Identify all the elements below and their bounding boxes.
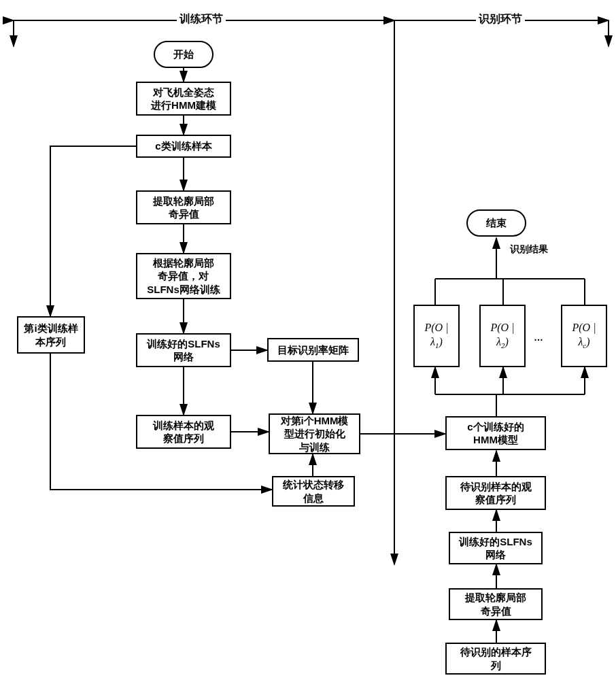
test-obs-seq-box: 待识别样本的观察值序列 xyxy=(445,476,546,510)
trained-slfns2-text: 训练好的SLFNs网络 xyxy=(459,535,532,562)
trained-slfns-box: 训练好的SLFNs网络 xyxy=(136,333,231,367)
start-label: 开始 xyxy=(173,48,194,61)
section-label-recognition: 识别环节 xyxy=(476,12,525,27)
train-slfns-box: 根据轮廓局部奇异值，对SLFNs网络训练 xyxy=(136,253,231,299)
prob2-box: P(O | λ2) xyxy=(479,305,526,367)
prob1-box: P(O | λ1) xyxy=(413,305,460,367)
test-seq-text: 待识别的样本序列 xyxy=(460,645,532,672)
trained-slfns-text: 训练好的SLFNs网络 xyxy=(147,337,220,364)
obs-seq-box: 训练样本的观察值序列 xyxy=(136,415,231,449)
recog-matrix-text: 目标识别率矩阵 xyxy=(277,343,349,357)
trained-slfns2-box: 训练好的SLFNs网络 xyxy=(449,532,543,564)
state-trans-text: 统计状态转移信息 xyxy=(283,478,344,505)
test-seq-box: 待识别的样本序列 xyxy=(445,643,546,675)
c-hmm-text: c个训练好的HMM模型 xyxy=(467,420,524,447)
extract-sv2-text: 提取轮廓局部奇异值 xyxy=(465,591,526,617)
probc-text: P(O | λc) xyxy=(566,321,602,350)
class-i-seq-box: 第i类训练样本序列 xyxy=(17,316,85,354)
class-i-seq-text: 第i类训练样本序列 xyxy=(24,322,78,348)
ellipsis: … xyxy=(534,332,543,343)
end-label: 结束 xyxy=(486,217,507,230)
result-label: 识别结果 xyxy=(510,243,548,256)
init-train-hmm-box: 对第i个HMM模型进行初始化与训练 xyxy=(269,413,360,454)
probc-box: P(O | λc) xyxy=(561,305,607,367)
train-slfns-text: 根据轮廓局部奇异值，对SLFNs网络训练 xyxy=(147,256,220,296)
section-label-training: 训练环节 xyxy=(177,12,226,27)
extract-sv-text: 提取轮廓局部奇异值 xyxy=(153,194,214,221)
obs-seq-text: 训练样本的观察值序列 xyxy=(153,419,214,445)
c-samples-box: c类训练样本 xyxy=(136,135,231,158)
init-train-hmm-text: 对第i个HMM模型进行初始化与训练 xyxy=(281,414,349,454)
extract-sv2-box: 提取轮廓局部奇异值 xyxy=(449,588,543,620)
extract-sv-box: 提取轮廓局部奇异值 xyxy=(136,190,231,224)
start-terminator: 开始 xyxy=(154,41,213,68)
recog-matrix-box: 目标识别率矩阵 xyxy=(267,338,359,362)
c-samples-text: c类训练样本 xyxy=(155,139,211,153)
test-obs-seq-text: 待识别样本的观察值序列 xyxy=(460,480,532,507)
end-terminator: 结束 xyxy=(466,209,526,237)
prob2-text: P(O | λ2) xyxy=(485,321,520,350)
hmm-model-box: 对飞机全姿态进行HMM建模 xyxy=(136,82,231,116)
state-trans-box: 统计状态转移信息 xyxy=(272,476,355,507)
c-hmm-box: c个训练好的HMM模型 xyxy=(445,416,546,450)
prob1-text: P(O | λ1) xyxy=(419,321,454,350)
hmm-model-text: 对飞机全姿态进行HMM建模 xyxy=(151,86,216,112)
